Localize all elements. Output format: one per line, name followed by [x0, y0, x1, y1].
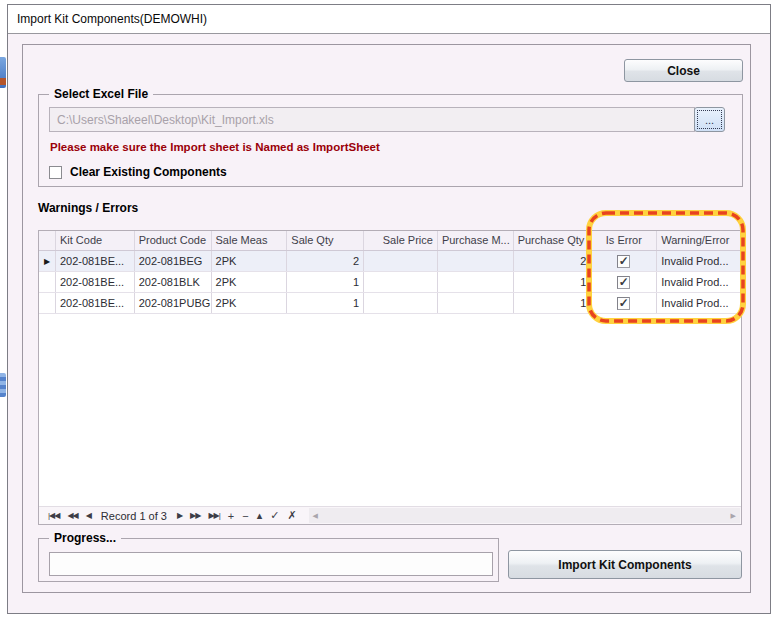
column-header-product-code[interactable]: Product Code: [135, 231, 212, 250]
grid-cell-sale-qty[interactable]: 2: [287, 251, 364, 271]
grid-cell-purchase-qty[interactable]: 1: [514, 293, 592, 313]
grid-header-row: Kit Code Product Code Sale Meas Sale Qty…: [39, 231, 741, 251]
grid-cell-sale-price[interactable]: [364, 272, 438, 292]
import-kit-components-dialog: Import Kit Components(DEMOWHI) Close Sel…: [7, 4, 771, 614]
grid-cell-product-code[interactable]: 202-081PUBG: [135, 293, 212, 313]
background-window-sliver: [0, 57, 6, 88]
last-record-button[interactable]: ▶▶|: [208, 511, 219, 520]
excel-file-path-input[interactable]: [49, 107, 695, 132]
record-count-text: Record 1 of 3: [101, 510, 167, 522]
column-header-kit-code[interactable]: Kit Code: [56, 231, 135, 250]
grid-cell-sale-meas[interactable]: 2PK: [212, 251, 288, 271]
column-header-purchase-meas[interactable]: Purchase M...: [438, 231, 514, 250]
row-selector-cell: [39, 272, 56, 292]
table-row[interactable]: 202-081BE... 202-081PUBG 2PK 1 1 ✓ Inval…: [39, 293, 741, 314]
current-row-indicator-icon: ▶: [44, 257, 50, 266]
grid-cell-is-error: ✓: [591, 272, 657, 292]
prev-page-button[interactable]: ◀◀: [67, 511, 77, 520]
import-sheet-note: Please make sure the Import sheet is Nam…: [50, 141, 380, 153]
grid-cell-warning-error[interactable]: Invalid Prod...: [657, 272, 741, 292]
clear-existing-components-checkbox[interactable]: [49, 166, 62, 179]
delete-record-button[interactable]: −: [242, 510, 248, 522]
next-record-button[interactable]: ▶: [177, 511, 182, 520]
browse-button[interactable]: ...: [694, 107, 725, 132]
scroll-right-icon[interactable]: ▶: [731, 512, 736, 520]
grid-horizontal-scrollbar[interactable]: ◀ ▶: [309, 508, 740, 523]
column-header-sale-meas[interactable]: Sale Meas: [212, 231, 288, 250]
row-selector-cell: ▶: [39, 251, 56, 271]
end-edit-button[interactable]: ✓: [270, 509, 279, 522]
warnings-errors-label: Warnings / Errors: [38, 201, 138, 215]
grid-cell-sale-price[interactable]: [364, 293, 438, 313]
grid-cell-kit-code[interactable]: 202-081BE...: [56, 293, 135, 313]
title-bar[interactable]: Import Kit Components(DEMOWHI): [8, 5, 770, 34]
grid-cell-purchase-meas[interactable]: [438, 251, 514, 271]
grid-cell-purchase-qty[interactable]: 1: [514, 272, 592, 292]
column-header-purchase-qty[interactable]: Purchase Qty: [514, 231, 592, 250]
is-error-checkbox[interactable]: ✓: [617, 276, 630, 289]
grid-cell-product-code[interactable]: 202-081BLK: [135, 272, 212, 292]
table-row[interactable]: 202-081BE... 202-081BLK 2PK 1 1 ✓ Invali…: [39, 272, 741, 293]
background-window-sliver: [0, 373, 6, 397]
grid-cell-purchase-meas[interactable]: [438, 293, 514, 313]
grid-cell-warning-error[interactable]: Invalid Prod...: [657, 251, 741, 271]
grid-cell-sale-meas[interactable]: 2PK: [212, 272, 288, 292]
progress-label: Progress...: [49, 531, 121, 545]
is-error-checkbox[interactable]: ✓: [617, 255, 630, 268]
grid-cell-sale-price[interactable]: [364, 251, 438, 271]
dialog-content-panel: Close Select Excel File ... Please make …: [22, 44, 751, 593]
grid-cell-purchase-qty[interactable]: 2: [514, 251, 592, 271]
grid-cell-sale-qty[interactable]: 1: [287, 293, 364, 313]
grid-cell-is-error: ✓: [591, 293, 657, 313]
progress-group: Progress...: [38, 538, 499, 582]
record-navigator: |◀◀ ◀◀ ◀ Record 1 of 3 ▶ ▶▶ ▶▶| + − ▴ ✓ …: [39, 506, 741, 524]
column-header-sale-qty[interactable]: Sale Qty: [287, 231, 364, 250]
prev-record-button[interactable]: ◀: [86, 511, 91, 520]
grid-cell-warning-error[interactable]: Invalid Prod...: [657, 293, 741, 313]
select-excel-file-label: Select Excel File: [49, 87, 153, 101]
grid-cell-kit-code[interactable]: 202-081BE...: [56, 272, 135, 292]
edit-record-button[interactable]: ▴: [257, 509, 263, 522]
progress-bar: [49, 552, 493, 576]
next-page-button[interactable]: ▶▶: [190, 511, 200, 520]
column-header-warning-error[interactable]: Warning/Error: [657, 231, 741, 250]
grid-cell-purchase-meas[interactable]: [438, 272, 514, 292]
clear-existing-components-label: Clear Existing Components: [70, 165, 227, 179]
grid-cell-sale-qty[interactable]: 1: [287, 272, 364, 292]
grid-cell-product-code[interactable]: 202-081BEG: [135, 251, 212, 271]
is-error-checkbox[interactable]: ✓: [617, 297, 630, 310]
grid-cell-kit-code[interactable]: 202-081BE...: [56, 251, 135, 271]
window-title: Import Kit Components(DEMOWHI): [17, 12, 207, 26]
cancel-edit-button[interactable]: ✗: [287, 509, 296, 522]
screen: Import Kit Components(DEMOWHI) Close Sel…: [0, 0, 775, 617]
scroll-left-icon[interactable]: ◀: [313, 512, 318, 520]
column-header-is-error[interactable]: Is Error: [591, 231, 657, 250]
table-row[interactable]: ▶ 202-081BE... 202-081BEG 2PK 2 2 ✓ Inva…: [39, 251, 741, 272]
import-kit-components-button[interactable]: Import Kit Components: [508, 550, 742, 579]
warnings-errors-grid: Kit Code Product Code Sale Meas Sale Qty…: [38, 230, 742, 525]
row-selector-cell: [39, 293, 56, 313]
column-header-sale-price[interactable]: Sale Price: [364, 231, 438, 250]
append-record-button[interactable]: +: [228, 510, 234, 522]
grid-cell-sale-meas[interactable]: 2PK: [212, 293, 288, 313]
row-selector-header: [39, 231, 56, 250]
grid-cell-is-error: ✓: [591, 251, 657, 271]
clear-existing-components-checkbox-row: Clear Existing Components: [49, 165, 227, 179]
first-record-button[interactable]: |◀◀: [48, 511, 59, 520]
close-button[interactable]: Close: [624, 59, 743, 82]
